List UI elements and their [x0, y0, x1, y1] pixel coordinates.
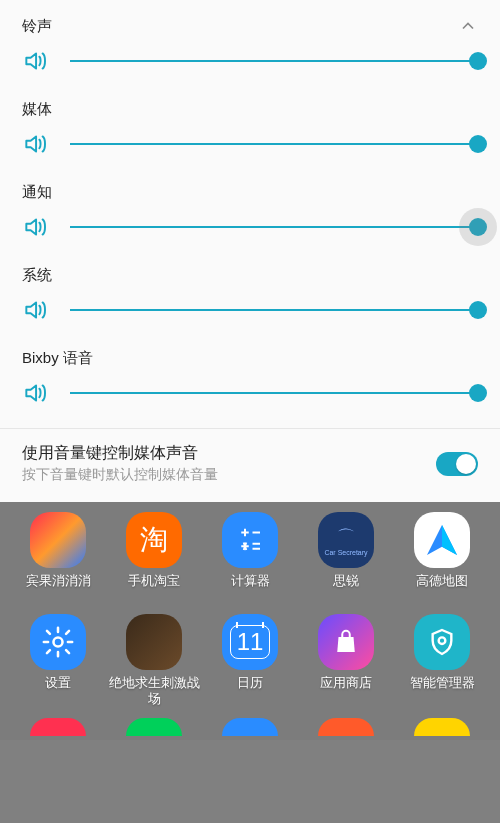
volume-section: 通知: [0, 173, 500, 256]
app[interactable]: [298, 714, 394, 740]
slider-thumb[interactable]: [469, 301, 487, 319]
slider-label: 系统: [22, 266, 52, 285]
slider-label: 媒体: [22, 100, 52, 119]
app-icon: [222, 718, 278, 736]
app[interactable]: [202, 714, 298, 740]
volume-icon: [22, 214, 48, 240]
toggle-title: 使用音量键控制媒体声音: [22, 443, 420, 464]
app-label: 计算器: [231, 574, 270, 606]
app[interactable]: ⌒Car Secretary思锐: [298, 508, 394, 610]
volume-section: 媒体: [0, 90, 500, 173]
app-icon: [318, 718, 374, 736]
app[interactable]: 绝地求生刺激战场: [106, 610, 202, 712]
volume-section: 铃声: [0, 6, 500, 90]
app-icon: 11: [222, 614, 278, 670]
volume-icon: [22, 131, 48, 157]
app[interactable]: 宾果消消消: [10, 508, 106, 610]
app-icon: 淘: [126, 512, 182, 568]
app-icon: [126, 718, 182, 736]
app-icon: [414, 512, 470, 568]
volume-panel: 铃声 媒体 通知 系统: [0, 0, 500, 502]
app-label: 应用商店: [320, 676, 372, 708]
volume-slider[interactable]: [70, 131, 478, 157]
app[interactable]: 智能管理器: [394, 610, 490, 712]
app[interactable]: 应用商店: [298, 610, 394, 712]
slider-thumb[interactable]: [469, 384, 487, 402]
volume-section: Bixby 语音: [0, 339, 500, 422]
app[interactable]: [10, 714, 106, 740]
volume-icon: [22, 297, 48, 323]
app[interactable]: 高德地图: [394, 508, 490, 610]
toggle-subtitle: 按下音量键时默认控制媒体音量: [22, 466, 420, 484]
app-label: 绝地求生刺激战场: [106, 676, 202, 708]
slider-label: Bixby 语音: [22, 349, 93, 368]
app-row-peek: [10, 714, 490, 740]
app[interactable]: 计算器: [202, 508, 298, 610]
app-icon: [318, 614, 374, 670]
app-row: 宾果消消消淘手机淘宝计算器⌒Car Secretary思锐高德地图: [10, 508, 490, 610]
app-label: 日历: [237, 676, 263, 708]
media-key-toggle-row[interactable]: 使用音量键控制媒体声音 按下音量键时默认控制媒体音量: [0, 429, 500, 502]
app-label: 手机淘宝: [128, 574, 180, 606]
volume-section: 系统: [0, 256, 500, 339]
app-row: 设置绝地求生刺激战场11日历应用商店智能管理器: [10, 610, 490, 712]
app-icon: [414, 718, 470, 736]
volume-slider[interactable]: [70, 380, 478, 406]
app-icon: [126, 614, 182, 670]
app[interactable]: [106, 714, 202, 740]
app[interactable]: 11日历: [202, 610, 298, 712]
volume-icon: [22, 380, 48, 406]
media-key-switch[interactable]: [436, 452, 478, 476]
svg-point-8: [53, 637, 62, 646]
volume-slider[interactable]: [70, 214, 478, 240]
app[interactable]: [394, 714, 490, 740]
app[interactable]: 淘手机淘宝: [106, 508, 202, 610]
app-label: 高德地图: [416, 574, 468, 606]
app[interactable]: 设置: [10, 610, 106, 712]
app-icon: [30, 718, 86, 736]
svg-point-9: [439, 637, 446, 644]
slider-label: 铃声: [22, 17, 52, 36]
slider-thumb[interactable]: [469, 218, 487, 236]
app-icon: [414, 614, 470, 670]
app-label: 宾果消消消: [26, 574, 91, 606]
slider-thumb[interactable]: [469, 135, 487, 153]
app-label: 设置: [45, 676, 71, 708]
volume-icon: [22, 48, 48, 74]
app-label: 思锐: [333, 574, 359, 606]
chevron-up-icon[interactable]: [458, 16, 478, 36]
app-icon: [30, 512, 86, 568]
slider-thumb[interactable]: [469, 52, 487, 70]
home-screen: 宾果消消消淘手机淘宝计算器⌒Car Secretary思锐高德地图 设置绝地求生…: [0, 502, 500, 740]
volume-slider[interactable]: [70, 297, 478, 323]
volume-slider[interactable]: [70, 48, 478, 74]
app-icon: [30, 614, 86, 670]
app-label: 智能管理器: [410, 676, 475, 708]
app-icon: ⌒Car Secretary: [318, 512, 374, 568]
app-icon: [222, 512, 278, 568]
slider-label: 通知: [22, 183, 52, 202]
